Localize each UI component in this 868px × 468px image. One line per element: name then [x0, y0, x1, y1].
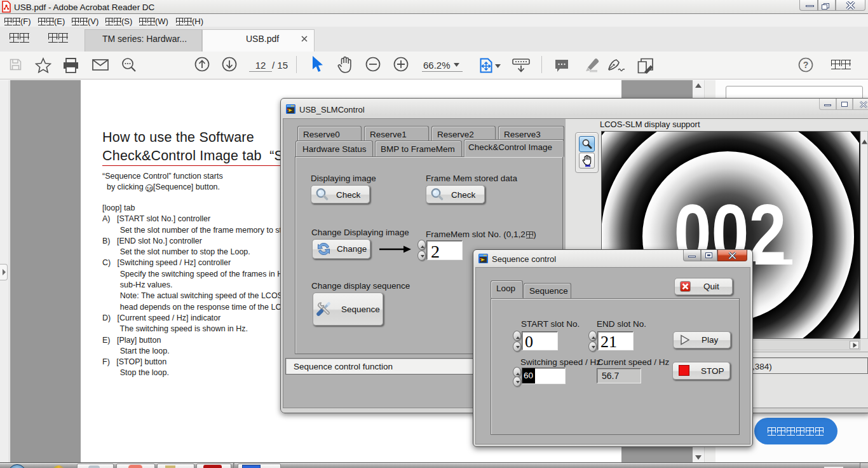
svg-text:?: ? [803, 60, 809, 70]
